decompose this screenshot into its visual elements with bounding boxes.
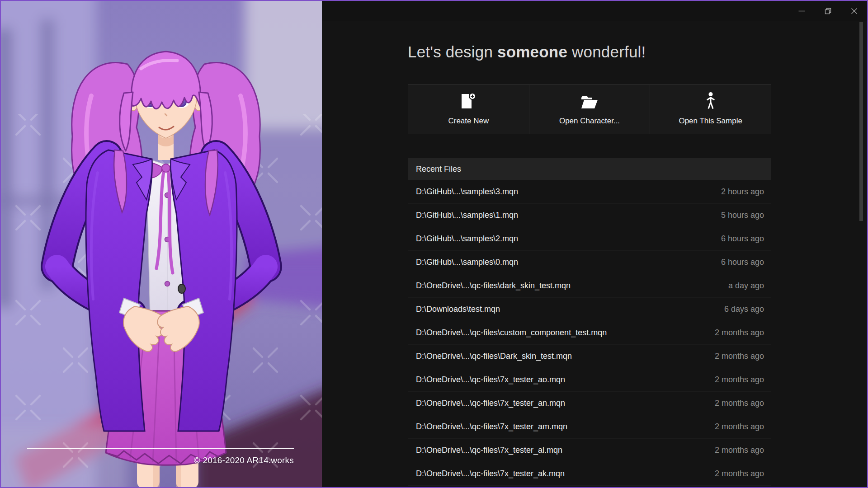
file-time: 2 months ago bbox=[715, 328, 764, 338]
recent-file-row[interactable]: D:\OneDrive\...\qc-files\custom_componen… bbox=[408, 321, 771, 345]
recent-file-row[interactable]: D:\Downloads\test.mqn 6 days ago bbox=[408, 298, 771, 321]
copyright-text: © 2016-2020 AR14.works bbox=[194, 455, 294, 465]
file-time: 2 months ago bbox=[715, 446, 764, 455]
file-time: 2 months ago bbox=[715, 399, 764, 408]
file-time: 6 days ago bbox=[724, 305, 764, 314]
file-time: 6 hours ago bbox=[721, 258, 764, 267]
file-time: 2 months ago bbox=[715, 469, 764, 479]
recent-files-card: Recent Files D:\GitHub\...\samples\3.mqn… bbox=[408, 158, 771, 486]
file-time: 6 hours ago bbox=[721, 234, 764, 244]
create-new-label: Create New bbox=[448, 117, 489, 126]
person-icon bbox=[705, 93, 716, 109]
file-path: D:\OneDrive\...\qc-files\dark_skin_test.… bbox=[416, 281, 571, 291]
file-path: D:\OneDrive\...\qc-files\Dark_skin_test.… bbox=[416, 352, 572, 361]
new-file-icon bbox=[461, 93, 476, 109]
file-path: D:\GitHub\...\samples\2.mqn bbox=[416, 234, 518, 244]
open-folder-icon bbox=[580, 93, 599, 109]
file-path: D:\GitHub\...\samples\0.mqn bbox=[416, 258, 518, 267]
recent-files-header: Recent Files bbox=[408, 158, 771, 180]
file-path: D:\OneDrive\...\qc-files\7x_tester_an.mq… bbox=[416, 399, 565, 408]
open-sample-button[interactable]: Open This Sample bbox=[650, 85, 771, 134]
titlebar bbox=[322, 1, 867, 21]
app-window: © 2016-2020 AR14.works Let's design some… bbox=[0, 0, 868, 488]
recent-file-row[interactable]: D:\OneDrive\...\qc-files\7x_tester_ak.mq… bbox=[408, 462, 771, 486]
file-time: a day ago bbox=[728, 281, 764, 291]
recent-file-row[interactable]: D:\GitHub\...\samples\1.mqn 5 hours ago bbox=[408, 204, 771, 227]
page-title: Let's design someone wonderful! bbox=[408, 43, 771, 61]
restore-icon bbox=[825, 8, 831, 14]
close-button[interactable] bbox=[841, 1, 867, 21]
recent-file-row[interactable]: D:\OneDrive\...\qc-files\7x_tester_ao.mq… bbox=[408, 368, 771, 392]
file-time: 2 months ago bbox=[715, 422, 764, 432]
file-path: D:\Downloads\test.mqn bbox=[416, 305, 500, 314]
scrollbar-thumb[interactable] bbox=[859, 22, 863, 221]
recent-file-row[interactable]: D:\OneDrive\...\qc-files\7x_tester_an.mq… bbox=[408, 392, 771, 415]
file-time: 2 months ago bbox=[715, 375, 764, 385]
recent-file-row[interactable]: D:\OneDrive\...\qc-files\7x_tester_al.mq… bbox=[408, 439, 771, 462]
file-path: D:\GitHub\...\samples\1.mqn bbox=[416, 211, 518, 220]
file-path: D:\OneDrive\...\qc-files\custom_componen… bbox=[416, 328, 607, 338]
file-path: D:\GitHub\...\samples\3.mqn bbox=[416, 187, 518, 197]
open-character-button[interactable]: Open Character... bbox=[529, 85, 651, 134]
launcher-panel: Let's design someone wonderful! Create N… bbox=[322, 1, 867, 487]
close-icon bbox=[851, 8, 858, 14]
recent-file-row[interactable]: D:\GitHub\...\samples\2.mqn 6 hours ago bbox=[408, 227, 771, 251]
file-path: D:\OneDrive\...\qc-files\7x_tester_ao.mq… bbox=[416, 375, 565, 385]
title-suffix: wonderful! bbox=[567, 43, 646, 61]
recent-file-row[interactable]: D:\OneDrive\...\qc-files\dark_skin_test.… bbox=[408, 274, 771, 298]
restore-button[interactable] bbox=[815, 1, 841, 21]
actions-row: Create New Open Character... bbox=[408, 84, 771, 134]
file-time: 2 hours ago bbox=[721, 187, 764, 197]
title-emphasis: someone bbox=[497, 43, 567, 61]
file-path: D:\OneDrive\...\qc-files\7x_tester_ak.mq… bbox=[416, 469, 565, 479]
file-path: D:\OneDrive\...\qc-files\7x_tester_al.mq… bbox=[416, 446, 562, 455]
launcher-content: Let's design someone wonderful! Create N… bbox=[322, 21, 771, 486]
open-sample-label: Open This Sample bbox=[679, 117, 742, 126]
copyright-divider-line bbox=[27, 448, 294, 449]
scrollbar[interactable] bbox=[859, 22, 866, 487]
minimize-button[interactable] bbox=[788, 1, 815, 21]
recent-files-list: D:\GitHub\...\samples\3.mqn 2 hours ago … bbox=[408, 180, 771, 486]
open-character-label: Open Character... bbox=[559, 117, 620, 126]
create-new-button[interactable]: Create New bbox=[408, 85, 529, 134]
recent-file-row[interactable]: D:\GitHub\...\samples\0.mqn 6 hours ago bbox=[408, 251, 771, 274]
recent-file-row[interactable]: D:\OneDrive\...\qc-files\Dark_skin_test.… bbox=[408, 345, 771, 368]
title-prefix: Let's design bbox=[408, 43, 497, 61]
minimize-icon bbox=[798, 8, 805, 14]
file-time: 5 hours ago bbox=[721, 211, 764, 220]
file-time: 2 months ago bbox=[715, 352, 764, 361]
recent-file-row[interactable]: D:\OneDrive\...\qc-files\7x_tester_am.mq… bbox=[408, 415, 771, 439]
file-path: D:\OneDrive\...\qc-files\7x_tester_am.mq… bbox=[416, 422, 567, 432]
character-preview-pane: © 2016-2020 AR14.works bbox=[1, 1, 322, 487]
character-illustration bbox=[1, 1, 322, 487]
recent-file-row[interactable]: D:\GitHub\...\samples\3.mqn 2 hours ago bbox=[408, 180, 771, 204]
